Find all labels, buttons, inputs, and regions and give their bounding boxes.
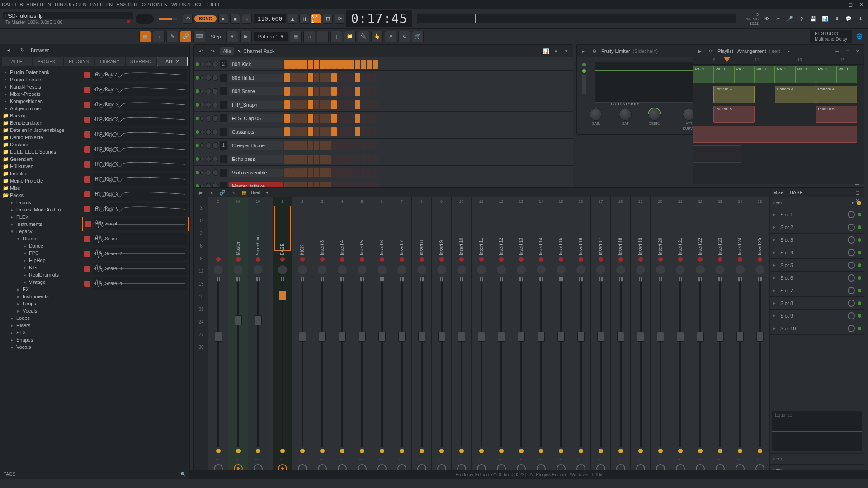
step-button[interactable] [284,127,290,136]
step-button[interactable] [331,114,337,123]
mixer-rec-arm[interactable] [236,257,241,262]
step-button[interactable] [320,73,325,82]
step-button[interactable] [331,60,337,69]
mixer-mute-button[interactable] [638,449,643,453]
channel-pan-knob[interactable] [206,88,211,94]
step-button[interactable] [367,141,372,150]
tree-item[interactable]: +Aufgenommen [0,105,81,112]
mixer-stereo-sep[interactable] [317,277,328,282]
channel-name-button[interactable]: Violin ensemble [229,169,283,177]
tree-expand-icon[interactable]: ▸ [23,272,27,277]
step-button[interactable] [326,60,331,69]
mixer-track[interactable]: 9Insert 9⌄ [432,197,452,475]
mixer-track[interactable]: 12Insert 12⌄ [491,197,511,475]
mixer-mute-button[interactable] [519,449,524,453]
tree-expand-icon[interactable]: 📁 [4,171,8,176]
tree-expand-icon[interactable]: ▸ [16,287,21,291]
step-button[interactable] [314,141,319,150]
pl-next-icon[interactable]: ▸ [785,47,793,55]
fx-slot-enable-led[interactable] [858,213,861,216]
step-button[interactable] [337,155,343,164]
channel-mixer-num[interactable] [220,114,227,122]
channel-pan-knob[interactable] [206,129,211,135]
mixer-link-icon[interactable]: ⌄ [299,456,306,461]
tree-item[interactable]: 📁Impulse [0,170,81,177]
wait-input-button[interactable]: ⏸ [299,14,309,24]
mixer-pan-knob[interactable] [417,265,426,274]
channel-mute-led[interactable] [196,117,199,120]
mixer-link-icon[interactable]: ⌄ [438,456,445,461]
step-button[interactable] [290,155,296,164]
tree-item[interactable]: 📁Gerendert [0,155,81,163]
tree-expand-icon[interactable]: ▸ [23,265,27,270]
playlist-clip[interactable]: Pattern 4 [713,86,755,103]
stop-button[interactable]: ■ [230,14,240,24]
playlist-clip[interactable] [693,126,857,143]
step-button[interactable] [349,87,354,96]
channel-vol-knob[interactable] [212,102,218,108]
channel-select[interactable] [200,62,204,66]
plugin-menu-icon[interactable]: ▸ [580,47,588,55]
tree-item[interactable]: 📂Packs [0,192,81,199]
mixer-stereo-sep[interactable] [536,277,547,282]
mixer-track[interactable]: 3Insert 3⌄ [312,197,332,475]
cr-graph-icon[interactable]: 📊 [542,47,550,55]
mixer-stereo-sep[interactable] [655,277,666,282]
step-button[interactable] [314,114,319,123]
step-button[interactable] [290,141,296,150]
fx-slot-enable-led[interactable] [858,289,861,292]
mixer-link-icon[interactable]: ⌄ [677,456,684,461]
mixer-track[interactable]: 14Insert 14⌄ [531,197,551,475]
mixer-link-icon[interactable]: ⌄ [736,456,744,461]
channel-mixer-num[interactable]: 1 [220,141,227,150]
step-button[interactable] [296,141,302,150]
channel-pan-knob[interactable] [206,115,211,122]
browser-collapse-icon[interactable]: ◂ [4,45,14,55]
mixer-rec-arm[interactable] [256,257,260,262]
step-button[interactable] [361,100,366,109]
mixer-track-name[interactable]: Insert 20 [658,206,663,255]
plugin-settings-icon[interactable]: ⚙ [590,47,599,55]
mixer-pan-knob[interactable] [736,265,745,274]
mixer-mute-button[interactable] [539,449,543,453]
fx-slot-enable-led[interactable] [858,225,861,229]
mixer-link-icon[interactable]: ⌄ [637,456,644,461]
browser-tab-projekt[interactable]: PROJEKT [33,57,63,66]
typing-kbd-button[interactable]: ⌨ [193,31,205,42]
mixer-pan-knob[interactable] [676,265,685,274]
snap-play-button[interactable]: ▶ [240,31,252,42]
mixer-track[interactable]: C⌄ [208,197,228,475]
fx-slot[interactable]: ▸Slot 9 [770,310,864,322]
sample-item[interactable]: HIP_Kick_4 [82,127,189,142]
close-all-icon[interactable]: ✕ [385,31,396,42]
mixer-rec-arm[interactable] [380,257,384,262]
step-button[interactable] [296,100,302,109]
cr-options-icon[interactable]: ▾ [552,47,560,55]
fx-slot[interactable]: ▸Slot 5 [770,259,864,272]
mixer-rec-arm[interactable] [439,257,444,262]
mxr-min-icon[interactable]: ─ [853,180,861,188]
mixer-link-icon[interactable]: ⌄ [617,456,624,461]
channel-mute-led[interactable] [196,103,199,107]
step-button[interactable] [326,100,331,109]
mixer-pan-knob[interactable] [254,265,263,274]
mixer-stereo-sep[interactable] [715,277,726,282]
step-button[interactable] [355,127,360,136]
tree-item[interactable]: ▸SFX [0,329,81,336]
mixer-track-name[interactable]: Insert 11 [479,206,484,255]
step-button[interactable] [320,168,325,177]
step-button[interactable] [302,141,307,150]
mixer-mute-button[interactable] [618,449,623,453]
mixer-link-icon[interactable]: ⌄ [657,456,664,461]
news-panel[interactable]: FL STUDIO | Multiband Delay [810,30,852,43]
tree-expand-icon[interactable]: 📁 [4,164,8,169]
mixer-rec-arm[interactable] [738,257,742,262]
mixer-link-icon[interactable]: ⌄ [478,456,485,461]
step-button[interactable] [337,87,343,96]
tree-item[interactable]: 📁Backup [0,112,81,119]
fx-slot-mix-knob[interactable] [848,262,855,269]
tempo-tapper-icon[interactable]: 👆 [371,31,383,42]
mixer-rec-arm[interactable] [479,257,484,262]
channel-mixer-num[interactable]: 2 [220,60,227,68]
playlist-track[interactable] [693,144,864,164]
